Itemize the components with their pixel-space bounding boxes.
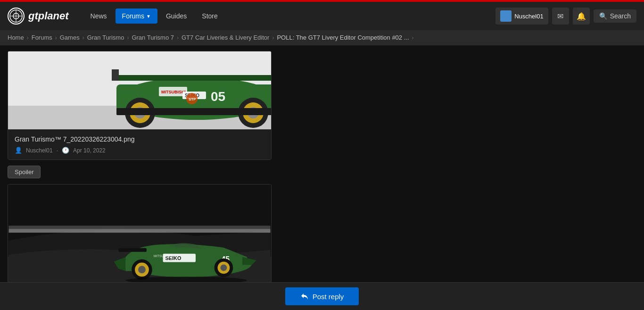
notifications-icon[interactable]: 🔔 <box>573 8 590 25</box>
image-meta-1: 👤 Nuschel01 · 🕐 Apr 10, 2022 <box>15 147 264 154</box>
meta-dot: · <box>57 147 58 154</box>
breadcrumb-sep-7: › <box>412 34 414 41</box>
image-author: Nuschel01 <box>26 147 53 154</box>
breadcrumb-sep-6: › <box>272 34 274 41</box>
breadcrumb-liveries[interactable]: GT7 Car Liveries & Livery Editor <box>182 34 269 41</box>
user-icon: 👤 <box>15 147 22 154</box>
svg-text:MITSUBISHI: MITSUBISHI <box>161 90 186 94</box>
svg-rect-25 <box>116 108 272 115</box>
post-reply-bar: Post reply <box>0 282 644 310</box>
svg-text:05: 05 <box>211 89 225 104</box>
logo-icon <box>8 8 25 25</box>
breadcrumb-sep-3: › <box>83 34 84 41</box>
svg-point-38 <box>138 266 146 273</box>
logo-text: gtplanet <box>28 10 69 22</box>
breadcrumb-games[interactable]: Games <box>60 34 80 41</box>
breadcrumb-gran-turismo[interactable]: Gran Turismo <box>87 34 124 41</box>
svg-rect-9 <box>112 75 272 81</box>
main-nav: News Forums ▼ Guides Store <box>84 8 224 24</box>
header-right: Nuschel01 ✉ 🔔 🔍 Search <box>495 8 636 25</box>
breadcrumb-sep-4: › <box>127 34 129 41</box>
breadcrumb-forums[interactable]: Forums <box>32 34 52 41</box>
svg-text:MITSUBISHI: MITSUBISHI <box>154 254 173 258</box>
image-card-1: MITSUBISHI SEIKO 05 STP Gran Turismo™ 7_… <box>8 51 272 160</box>
page-wrapper: MITSUBISHI SEIKO 05 STP Gran Turismo™ 7_… <box>0 45 644 310</box>
nav-guides[interactable]: Guides <box>159 8 193 24</box>
logo[interactable]: gtplanet <box>8 8 69 25</box>
breadcrumb-sep-2: › <box>55 34 57 41</box>
svg-text:STP: STP <box>189 97 196 101</box>
username: Nuschel01 <box>514 13 543 20</box>
search-button[interactable]: 🔍 Search <box>594 9 636 23</box>
nav-store[interactable]: Store <box>195 8 224 24</box>
search-icon: 🔍 <box>599 12 607 20</box>
messages-icon[interactable]: ✉ <box>552 8 569 25</box>
image-info-1: Gran Turismo™ 7_20220326223004.png 👤 Nus… <box>8 129 271 159</box>
reply-icon <box>300 292 309 301</box>
breadcrumb-sep-1: › <box>27 34 29 41</box>
svg-rect-30 <box>8 226 270 229</box>
svg-point-41 <box>220 265 227 271</box>
clock-icon: 🕐 <box>62 147 69 154</box>
image-card-2[interactable]: SEIKO 45 MITSUBISHI <box>8 184 272 293</box>
breadcrumb-sep-5: › <box>177 34 179 41</box>
nav-news[interactable]: News <box>84 8 114 24</box>
svg-rect-10 <box>112 69 119 81</box>
image-filename-1: Gran Turismo™ 7_20220326223004.png <box>15 135 264 143</box>
breadcrumb: Home › Forums › Games › Gran Turismo › G… <box>0 30 644 45</box>
user-avatar <box>500 10 512 22</box>
breadcrumb-current: POLL: The GT7 Livery Editor Competition … <box>277 34 409 41</box>
inner-content: MITSUBISHI SEIKO 05 STP Gran Turismo™ 7_… <box>0 45 644 293</box>
breadcrumb-home[interactable]: Home <box>8 34 24 41</box>
breadcrumb-gt7[interactable]: Gran Turismo 7 <box>132 34 174 41</box>
spoiler-button[interactable]: Spoiler <box>8 166 41 178</box>
user-badge[interactable]: Nuschel01 <box>495 8 548 25</box>
car-image-top[interactable]: MITSUBISHI SEIKO 05 STP <box>8 51 272 129</box>
forums-dropdown-arrow: ▼ <box>146 14 151 19</box>
svg-rect-35 <box>118 248 146 252</box>
image-date: Apr 10, 2022 <box>73 147 106 154</box>
nav-forums[interactable]: Forums ▼ <box>116 8 157 24</box>
header: gtplanet News Forums ▼ Guides Store Nusc… <box>0 2 644 30</box>
svg-rect-29 <box>8 229 270 233</box>
post-reply-button[interactable]: Post reply <box>285 287 359 305</box>
